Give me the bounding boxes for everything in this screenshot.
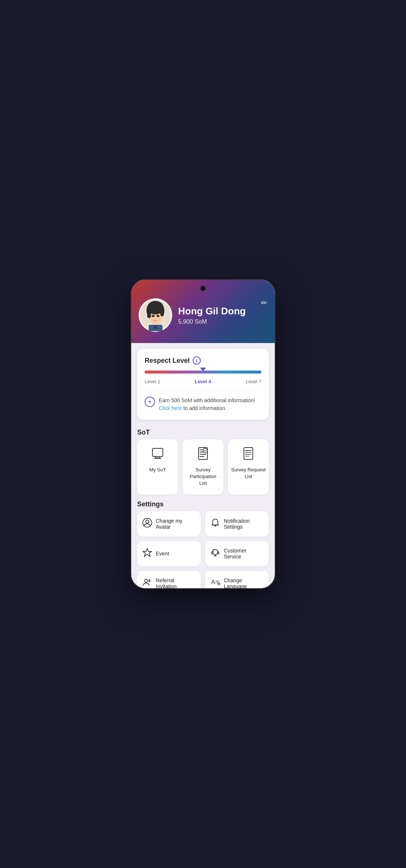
svg-rect-16 [152,448,163,457]
settings-section-label: Settings [131,497,275,511]
sot-label-my-sot: My SoT [149,467,166,473]
earn-text: Earn 500 SoM with additional information… [159,397,255,412]
sot-label-participation: Survey Participation List [186,467,220,487]
settings-label-referral: Referral Invitation [156,577,196,588]
svg-rect-18 [154,458,161,459]
respect-card: Respect Level i Level 1 Level 4 Level 7 [137,349,269,420]
settings-event[interactable]: Event [137,541,201,566]
progress-labels: Level 1 Level 4 Level 7 [145,379,261,384]
my-sot-icon [151,447,164,463]
svg-rect-5 [160,307,164,316]
earn-suffix: to add information. [182,405,226,411]
earn-info: + Earn 500 SoM with additional informati… [145,390,261,412]
settings-label-language: Change Language [224,577,264,588]
svg-point-23 [146,520,149,523]
avatar-icon [142,518,152,530]
progress-bar-container [145,371,261,374]
avatar[interactable] [139,298,172,332]
sot-card-my-sot[interactable]: My SoT [137,439,178,494]
sot-section-label: SoT [131,426,275,439]
settings-label-notification: Notification Settings [224,518,264,530]
level-current: Level 4 [195,379,211,384]
svg-point-28 [145,579,148,582]
settings-customer-service[interactable]: Customer Service [205,541,269,566]
svg-marker-24 [143,548,152,557]
phone-wrapper: ✏ [130,279,276,589]
sot-card-request[interactable]: Survey Request List [228,439,269,494]
profile-row: Hong Gil Dong 5,900 SoM [139,298,267,332]
sot-label-request: Survey Request List [231,467,266,480]
progress-marker [200,368,206,371]
svg-rect-27 [218,552,219,554]
notification-icon [210,518,220,530]
settings-label-event: Event [156,551,169,557]
svg-point-9 [153,315,154,316]
svg-point-8 [157,315,160,317]
respect-title: Respect Level i [145,356,261,365]
customer-service-icon [210,548,220,560]
language-icon: A 字 [210,577,220,588]
participation-icon [196,447,210,463]
phone-inner: ✏ [131,280,275,588]
earn-message: Earn 500 SoM with additional information… [159,397,255,403]
settings-language[interactable]: A 字 Change Language [205,571,269,588]
svg-text:+: + [149,578,151,582]
profile-name: Hong Gil Dong [178,305,246,317]
settings-referral[interactable]: + Referral Invitation [137,571,201,588]
svg-rect-17 [155,457,160,458]
level-min: Level 1 [145,379,160,384]
settings-label-avatar: Change my Avatar [156,518,196,530]
settings-label-customer: Customer Service [224,548,264,560]
profile-info: Hong Gil Dong 5,900 SoM [178,305,246,325]
sot-grid: My SoT Survey Participation List [131,439,275,497]
sot-card-participation[interactable]: Survey Participation List [183,439,223,494]
svg-point-7 [152,315,155,317]
svg-text:A: A [211,579,215,585]
camera-notch [200,286,206,291]
svg-rect-4 [147,307,151,318]
profile-som: 5,900 SoM [178,318,246,325]
coin-icon: + [145,397,155,409]
settings-change-avatar[interactable]: Change my Avatar [137,511,201,537]
svg-rect-21 [244,448,253,459]
svg-point-10 [158,315,159,316]
svg-point-6 [150,310,156,313]
settings-notification[interactable]: Notification Settings [205,511,269,537]
respect-title-text: Respect Level [145,357,190,365]
level-max: Level 7 [246,379,261,384]
referral-icon: + [142,577,152,588]
svg-rect-26 [212,552,213,554]
profile-header: ✏ [131,280,275,343]
settings-grid: Change my Avatar Notification Settings [131,511,275,588]
info-icon[interactable]: i [193,356,201,365]
earn-link[interactable]: Click here [159,405,182,411]
svg-text:+: + [148,399,151,405]
event-icon [142,548,152,560]
svg-point-11 [155,318,156,319]
edit-icon[interactable]: ✏ [261,298,267,307]
request-icon [242,447,255,463]
